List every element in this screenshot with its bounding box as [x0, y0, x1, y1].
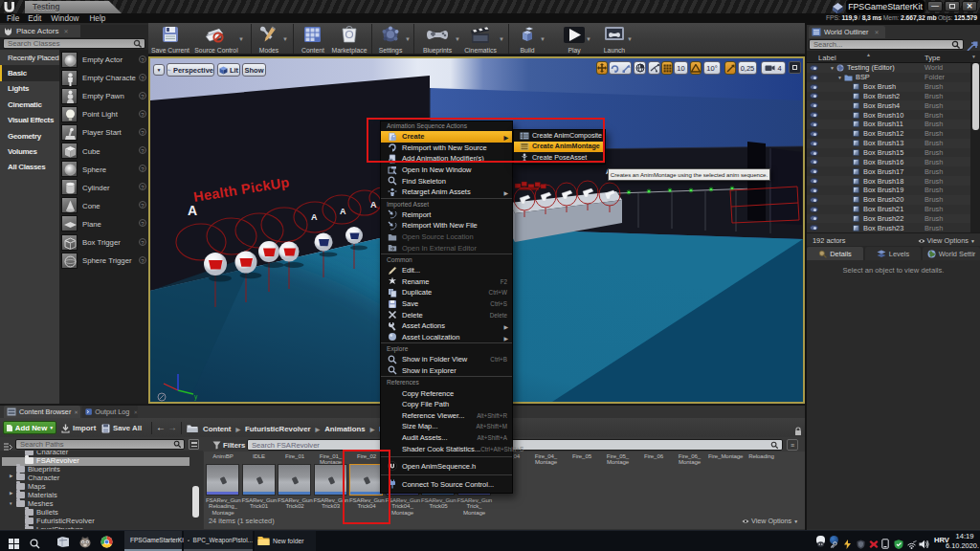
svg-text:A: A — [370, 200, 377, 209]
svg-text:A: A — [188, 203, 197, 218]
svg-text:A: A — [340, 207, 346, 216]
svg-text:A: A — [311, 212, 318, 222]
